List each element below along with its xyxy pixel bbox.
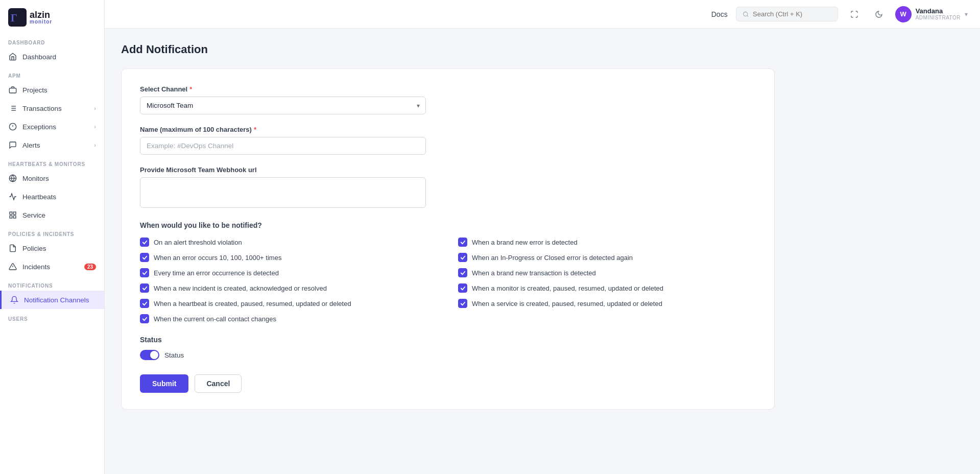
checkbox-incident-label: When a new incident is created, acknowle… (154, 285, 327, 292)
theme-toggle-button[interactable] (871, 6, 887, 22)
checkbox-monitor-change-box[interactable] (458, 283, 467, 293)
sidebar-item-transactions[interactable]: Transactions › (0, 99, 104, 117)
search-input[interactable] (753, 10, 831, 18)
chevron-right-icon-3: › (94, 142, 96, 148)
moon-icon (875, 10, 883, 18)
topbar: Docs W Vandana ADMINISTRATOR ▾ (105, 0, 980, 29)
status-section: Status Status (140, 336, 756, 360)
checkbox-inprogress-error[interactable]: When an In-Progress or Closed error is d… (458, 253, 756, 262)
globe-icon (8, 174, 17, 183)
checkmark-icon-10 (460, 301, 466, 306)
checkbox-threshold-box[interactable] (140, 238, 149, 247)
checkbox-monitor-change[interactable]: When a monitor is created, paused, resum… (458, 283, 756, 293)
sidebar-item-heartbeats[interactable]: Heartbeats (0, 187, 104, 206)
sidebar-item-notification-channels[interactable]: Notification Channels (0, 291, 104, 309)
avatar: W (895, 6, 912, 22)
checkmark-icon-2 (460, 240, 466, 245)
docs-link[interactable]: Docs (711, 10, 728, 18)
section-label-heartbeats: HEARTBEATS & MONITORS (0, 154, 104, 169)
sidebar-item-label-heartbeats: Heartbeats (22, 193, 56, 201)
checkmark-icon-7 (142, 286, 148, 291)
page-content: Add Notification Select Channel * Micros… (105, 29, 980, 474)
checkbox-oncall[interactable]: When the current on-call contact changes (140, 314, 438, 323)
webhook-label: Provide Microsoft Team Webhook url (140, 166, 756, 174)
logo-icon: Γ (8, 8, 27, 27)
checkbox-inprogress-error-box[interactable] (458, 253, 467, 262)
checkbox-every-error[interactable]: Every time an error occurrence is detect… (140, 268, 438, 277)
page-inner: Add Notification Select Channel * Micros… (105, 29, 980, 424)
notification-question: When would you like to be notified? (140, 221, 756, 229)
main-area: Docs W Vandana ADMINISTRATOR ▾ Add Notif… (105, 0, 980, 474)
fullscreen-button[interactable] (846, 6, 863, 22)
webhook-input[interactable] (140, 177, 426, 208)
user-name: Vandana (916, 7, 961, 15)
chevron-right-icon: › (94, 105, 96, 111)
select-channel-wrapper: Microsoft Team Slack Email PagerDuty Web… (140, 97, 426, 114)
checkbox-incident[interactable]: When a new incident is created, acknowle… (140, 283, 438, 293)
sidebar-item-service[interactable]: Service (0, 206, 104, 224)
checkbox-new-transaction-box[interactable] (458, 268, 467, 277)
sidebar-item-label-policies: Policies (22, 245, 46, 252)
checkmark-icon-9 (142, 301, 148, 306)
checkbox-service-change[interactable]: When a service is created, paused, resum… (458, 299, 756, 308)
sidebar-item-projects[interactable]: Projects (0, 81, 104, 99)
checkbox-every-error-box[interactable] (140, 268, 149, 277)
notification-options-group: When would you like to be notified? On a… (140, 221, 756, 323)
user-menu[interactable]: W Vandana ADMINISTRATOR ▾ (895, 6, 968, 22)
search-icon (743, 11, 749, 18)
status-toggle[interactable] (140, 350, 159, 360)
sidebar-item-alerts[interactable]: Alerts › (0, 136, 104, 154)
sidebar-item-dashboard[interactable]: Dashboard (0, 48, 104, 66)
checkbox-new-error-label: When a brand new error is detected (472, 239, 578, 246)
sidebar-item-monitors[interactable]: Monitors (0, 169, 104, 187)
section-label-users: USERS (0, 309, 104, 324)
select-channel-input[interactable]: Microsoft Team Slack Email PagerDuty Web… (140, 97, 426, 114)
status-toggle-label: Status (164, 351, 184, 359)
checkmark-icon-8 (460, 286, 466, 291)
name-label: Name (maximum of 100 characters) * (140, 126, 426, 133)
status-title: Status (140, 336, 756, 344)
section-label-policies: POLICIES & INCIDENTS (0, 224, 104, 239)
home-icon (8, 52, 17, 61)
checkbox-every-error-label: Every time an error occurrence is detect… (154, 269, 279, 277)
checkbox-heartbeat[interactable]: When a heartbeat is created, paused, res… (140, 299, 438, 308)
checkbox-new-transaction[interactable]: When a brand new transaction is detected (458, 268, 756, 277)
checkbox-incident-box[interactable] (140, 283, 149, 293)
section-label-apm: APM (0, 66, 104, 81)
checkbox-service-change-box[interactable] (458, 299, 467, 308)
sidebar-item-exceptions[interactable]: Exceptions › (0, 117, 104, 136)
sidebar-logo: Γ alzin monitor (0, 0, 104, 33)
user-role: ADMINISTRATOR (916, 15, 961, 21)
sidebar-item-label-service: Service (22, 211, 45, 219)
activity-icon (8, 192, 17, 201)
cancel-button[interactable]: Cancel (195, 374, 242, 393)
submit-button[interactable]: Submit (140, 374, 188, 393)
circle-icon (8, 122, 17, 131)
checkbox-error-count-box[interactable] (140, 253, 149, 262)
checkbox-inprogress-error-label: When an In-Progress or Closed error is d… (472, 254, 633, 262)
checkbox-new-error-box[interactable] (458, 238, 467, 247)
checkbox-oncall-box[interactable] (140, 314, 149, 323)
section-label-notifications: NOTIFICATIONS (0, 276, 104, 291)
sidebar-item-incidents[interactable]: Incidents 23 (0, 257, 104, 276)
svg-line-21 (747, 15, 748, 16)
sidebar-item-label-notification-channels: Notification Channels (24, 296, 89, 304)
sidebar-item-policies[interactable]: Policies (0, 239, 104, 257)
checkbox-service-change-label: When a service is created, paused, resum… (472, 300, 662, 307)
checkbox-heartbeat-box[interactable] (140, 299, 149, 308)
checkmark-icon-11 (142, 316, 148, 322)
checkmark-icon-3 (142, 255, 148, 260)
checkbox-error-count[interactable]: When an error occurs 10, 100, 1000+ time… (140, 253, 438, 262)
chat-icon (8, 140, 17, 150)
sidebar-item-label-projects: Projects (22, 86, 47, 94)
name-input[interactable] (140, 137, 426, 155)
svg-text:Γ: Γ (11, 12, 17, 23)
logo-text-sub: monitor (30, 19, 52, 25)
sidebar-item-label-alerts: Alerts (22, 141, 40, 149)
name-group: Name (maximum of 100 characters) * (140, 126, 426, 155)
checkbox-threshold[interactable]: On an alert threshold violation (140, 238, 438, 247)
svg-rect-16 (10, 216, 12, 218)
search-bar[interactable] (736, 7, 838, 21)
checkbox-new-error[interactable]: When a brand new error is detected (458, 238, 756, 247)
sidebar-item-label-transactions: Transactions (22, 105, 62, 112)
